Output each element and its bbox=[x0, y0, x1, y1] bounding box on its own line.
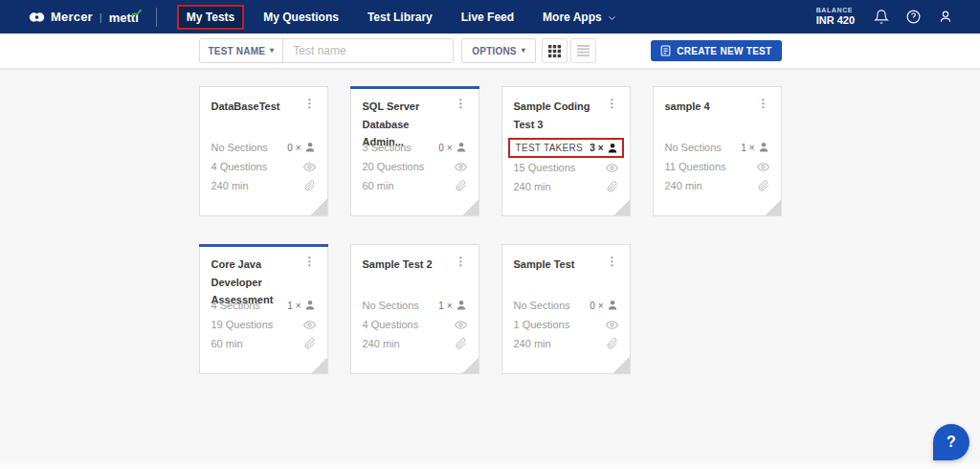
brand-divider: | bbox=[100, 11, 102, 23]
kebab-menu-icon[interactable]: ⋮ bbox=[301, 256, 316, 267]
test-takers-count: 0 × bbox=[438, 143, 452, 153]
nav-item-more-apps[interactable]: More Apps bbox=[533, 6, 626, 29]
preview-eye-icon[interactable] bbox=[455, 161, 467, 173]
paperclip-icon[interactable] bbox=[456, 180, 467, 191]
kebab-menu-icon[interactable]: ⋮ bbox=[603, 256, 618, 267]
person-icon bbox=[607, 300, 618, 311]
top-navbar: Mercer | mettl My Tests My Questions Tes… bbox=[0, 0, 980, 34]
sections-label: 3 Sections bbox=[363, 142, 412, 153]
folded-corner bbox=[613, 357, 630, 373]
nav-item-my-tests[interactable]: My Tests bbox=[177, 5, 244, 30]
grid-view-button[interactable] bbox=[542, 38, 568, 63]
kebab-menu-icon[interactable]: ⋮ bbox=[301, 98, 316, 109]
test-card[interactable]: Sample Coding Test 3 ⋮ TEST TAKERS 3 × 1… bbox=[501, 86, 631, 216]
duration-label: 60 min bbox=[363, 180, 394, 191]
card-accent-bar bbox=[199, 244, 328, 247]
nav-divider bbox=[156, 8, 157, 27]
document-icon bbox=[660, 45, 671, 56]
grid-view-icon bbox=[548, 45, 561, 57]
questions-label: 19 Questions bbox=[212, 319, 274, 330]
help-icon[interactable] bbox=[905, 9, 922, 25]
preview-eye-icon[interactable] bbox=[606, 162, 618, 174]
duration-label: 240 min bbox=[665, 180, 702, 191]
main-nav: My Tests My Questions Test Library Live … bbox=[172, 5, 631, 30]
list-view-button[interactable] bbox=[570, 38, 596, 63]
sections-row: No Sections 0 × bbox=[514, 296, 618, 315]
folded-corner bbox=[613, 199, 630, 215]
duration-row: 60 min bbox=[363, 176, 467, 195]
test-card[interactable]: sample 4 ⋮ No Sections 1 × 11 Questions bbox=[653, 86, 782, 216]
duration-row: 240 min bbox=[514, 334, 618, 353]
test-card-title: Sample Test bbox=[514, 256, 575, 274]
kebab-menu-icon[interactable]: ⋮ bbox=[452, 98, 467, 109]
kebab-menu-icon[interactable]: ⋮ bbox=[452, 256, 467, 267]
person-icon bbox=[456, 300, 467, 311]
options-dropdown[interactable]: OPTIONS ▾ bbox=[461, 38, 536, 63]
sections-row: No Sections 1 × bbox=[363, 296, 467, 315]
mettl-growth-arrow-icon bbox=[131, 4, 142, 21]
options-label: OPTIONS bbox=[472, 46, 516, 56]
nav-item-test-library[interactable]: Test Library bbox=[358, 6, 442, 29]
folded-corner bbox=[462, 357, 479, 373]
paperclip-icon[interactable] bbox=[607, 338, 618, 349]
nav-item-my-questions[interactable]: My Questions bbox=[254, 6, 348, 29]
brand-logo[interactable]: Mercer | mettl bbox=[29, 9, 139, 26]
test-card-grid: DataBaseTest ⋮ No Sections 0 × 4 Questio… bbox=[199, 86, 782, 374]
person-icon bbox=[456, 142, 467, 153]
duration-row: 240 min bbox=[363, 334, 467, 353]
paperclip-icon[interactable] bbox=[456, 338, 467, 349]
questions-label: 4 Questions bbox=[212, 161, 268, 172]
preview-eye-icon[interactable] bbox=[455, 319, 467, 331]
test-name-search-input[interactable] bbox=[283, 39, 453, 62]
test-card[interactable]: Sample Test ⋮ No Sections 0 × 1 Question… bbox=[501, 244, 631, 374]
user-profile-icon[interactable] bbox=[938, 9, 953, 25]
footer-strip bbox=[0, 462, 980, 469]
sections-row: TEST TAKERS 3 × bbox=[508, 138, 624, 158]
caret-down-icon: ▾ bbox=[522, 47, 525, 55]
questions-row: 19 Questions bbox=[212, 315, 316, 334]
create-new-test-button[interactable]: CREATE NEW TEST bbox=[651, 40, 781, 61]
nav-item-live-feed[interactable]: Live Feed bbox=[452, 6, 523, 29]
test-takers-count: 0 × bbox=[590, 301, 603, 311]
filter-label: TEST NAME bbox=[209, 46, 266, 56]
nav-item-label: Live Feed bbox=[461, 11, 514, 24]
sections-label: No Sections bbox=[665, 142, 722, 153]
chevron-down-icon bbox=[608, 13, 616, 22]
questions-label: 20 Questions bbox=[363, 161, 425, 172]
test-card[interactable]: SQL Server Database Admin... ⋮ 3 Section… bbox=[350, 86, 479, 216]
person-icon bbox=[758, 142, 769, 153]
test-card[interactable]: Sample Test 2 ⋮ No Sections 1 × 4 Questi… bbox=[350, 244, 479, 374]
kebab-menu-icon[interactable]: ⋮ bbox=[754, 98, 769, 109]
paperclip-icon[interactable] bbox=[607, 181, 618, 192]
folded-corner bbox=[311, 357, 327, 373]
mercer-logo-icon bbox=[29, 11, 45, 23]
nav-item-label: More Apps bbox=[543, 11, 602, 24]
questions-label: 4 Questions bbox=[363, 319, 419, 330]
person-icon bbox=[304, 142, 316, 153]
test-name-filter-dropdown[interactable]: TEST NAME ▾ bbox=[200, 39, 284, 62]
preview-eye-icon[interactable] bbox=[303, 161, 316, 173]
notifications-bell-icon[interactable] bbox=[874, 9, 889, 25]
test-card[interactable]: Core Java Developer Assessment ⋮ 4 Secti… bbox=[199, 244, 328, 374]
duration-label: 240 min bbox=[514, 181, 551, 192]
person-icon bbox=[607, 143, 618, 154]
questions-row: 15 Questions bbox=[514, 158, 618, 177]
test-takers-count: 1 × bbox=[741, 143, 754, 153]
paperclip-icon[interactable] bbox=[304, 338, 316, 349]
paperclip-icon[interactable] bbox=[304, 180, 316, 191]
test-takers-count: 1 × bbox=[438, 301, 452, 311]
help-chat-bubble[interactable]: ? bbox=[933, 424, 969, 460]
preview-eye-icon[interactable] bbox=[606, 319, 618, 331]
sections-label: No Sections bbox=[363, 300, 419, 311]
duration-label: 240 min bbox=[514, 338, 551, 349]
person-icon bbox=[304, 300, 316, 311]
preview-eye-icon[interactable] bbox=[303, 319, 316, 331]
duration-row: 240 min bbox=[514, 177, 618, 196]
kebab-menu-icon[interactable]: ⋮ bbox=[603, 98, 618, 109]
paperclip-icon[interactable] bbox=[758, 180, 769, 191]
test-card[interactable]: DataBaseTest ⋮ No Sections 0 × 4 Questio… bbox=[199, 86, 328, 216]
test-takers-count: 1 × bbox=[287, 301, 301, 311]
preview-eye-icon[interactable] bbox=[757, 161, 769, 173]
sections-label: 4 Sections bbox=[212, 300, 260, 311]
folded-corner bbox=[311, 199, 327, 215]
